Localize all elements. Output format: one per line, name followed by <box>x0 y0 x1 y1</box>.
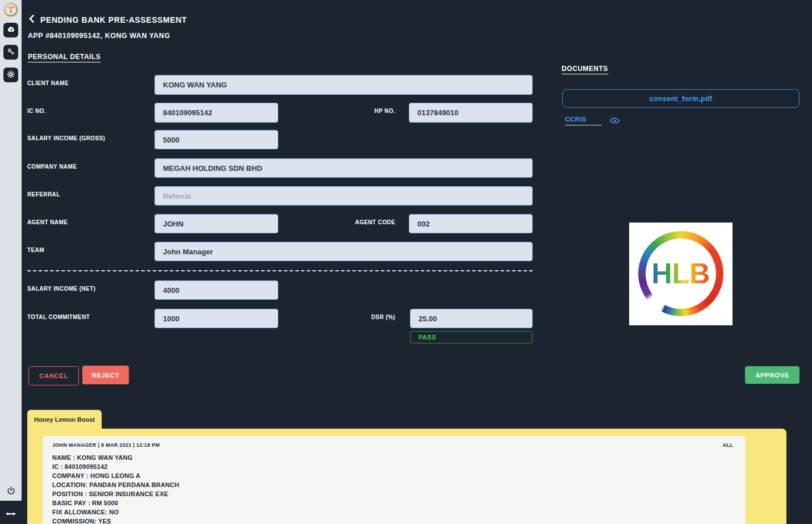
section-divider <box>27 270 533 271</box>
company-name-field[interactable] <box>154 158 533 178</box>
referral-field[interactable] <box>154 186 533 206</box>
salary-gross-field[interactable] <box>154 130 278 149</box>
dsr-label: DSR (%) <box>327 314 395 320</box>
back-button[interactable] <box>29 15 34 24</box>
sidebar-item-settings[interactable] <box>3 68 18 82</box>
ic-no-label: IC NO. <box>27 108 46 114</box>
salary-net-field[interactable] <box>154 280 278 300</box>
note-body: NAME : KONG WAN YANG IC : 840109095142 C… <box>52 453 179 524</box>
sidebar-item-dashboard[interactable] <box>3 23 18 37</box>
note-line: COMMISSION: YES <box>52 517 179 524</box>
view-ccris-button[interactable] <box>610 117 620 125</box>
consent-form-document-button[interactable]: consent_form.pdf <box>562 89 800 108</box>
ic-no-field[interactable] <box>154 103 278 123</box>
note-line: FIX ALLOWANCE: NO <box>52 508 179 517</box>
note-card: JOHN MANAGER | 8 MAR 2021 | 12:18 PM ALL… <box>43 436 746 524</box>
sidebar-item-access-keys[interactable] <box>3 45 18 60</box>
dsr-field[interactable] <box>410 309 533 328</box>
team-field[interactable] <box>154 242 533 261</box>
note-line: LOCATION: PANDAN PERDANA BRANCH <box>52 480 179 489</box>
note-line: IC : 840109095142 <box>52 462 179 471</box>
total-commitment-label: TOTAL COMMITMENT <box>27 314 90 320</box>
note-author-line: JOHN MANAGER | 8 MAR 2021 | 12:18 PM <box>52 442 160 448</box>
key-icon <box>7 48 15 57</box>
sidebar-collapse-button[interactable] <box>6 510 16 517</box>
salary-gross-label: SALARY INCOME (GROSS) <box>27 135 105 141</box>
ccris-link[interactable]: CCRIS <box>565 116 602 125</box>
gear-icon <box>7 70 15 80</box>
page-title: PENDING BANK PRE-ASSESSMENT <box>40 15 187 24</box>
referral-label: REFERRAL <box>27 191 60 198</box>
cancel-button[interactable]: CANCEL <box>28 366 79 385</box>
approve-button[interactable]: APPROVE <box>745 366 800 384</box>
hp-no-label: HP NO. <box>327 108 395 114</box>
hp-no-field[interactable] <box>409 103 533 123</box>
dashboard-gauge-icon <box>7 25 15 35</box>
agent-name-label: AGENT NAME <box>27 219 68 225</box>
team-label: TEAM <box>27 247 44 253</box>
note-line: BASIC PAY : RM 5000 <box>52 498 179 508</box>
reject-button[interactable]: REJECT <box>82 366 129 384</box>
note-line: POSITION : SENIOR INSURANCE EXE <box>52 489 179 498</box>
tab-honey-lemon-boost[interactable]: Honey Lemon Boost <box>27 410 102 429</box>
client-name-label: CLIENT NAME <box>27 80 69 86</box>
agent-code-field[interactable] <box>409 214 533 233</box>
chevron-left-icon <box>29 16 34 24</box>
note-line: COMPANY : HONG LEONG A <box>52 471 179 480</box>
brand-logo-icon <box>3 2 19 18</box>
note-line: NAME : KONG WAN YANG <box>52 453 179 462</box>
company-name-label: COMPANY NAME <box>27 164 77 170</box>
notes-panel: JOHN MANAGER | 8 MAR 2021 | 12:18 PM ALL… <box>27 429 786 524</box>
notes-filter-all[interactable]: ALL <box>723 442 733 448</box>
logout-button[interactable] <box>6 486 16 496</box>
agent-code-label: AGENT CODE <box>327 219 395 225</box>
agent-name-field[interactable] <box>154 214 278 233</box>
total-commitment-field[interactable] <box>154 309 278 328</box>
horizontal-arrows-icon <box>6 510 16 518</box>
eye-icon <box>610 117 620 125</box>
app-window: PENDING BANK PRE-ASSESSMENT APP #8401090… <box>0 0 812 524</box>
documents-heading: DOCUMENTS <box>562 65 608 74</box>
personal-details-heading: PERSONAL DETAILS <box>28 53 101 62</box>
client-name-field[interactable] <box>154 75 533 95</box>
dsr-status-badge: PASS <box>410 331 533 343</box>
salary-net-label: SALARY INCOME (NET) <box>27 286 95 292</box>
power-icon <box>6 489 16 497</box>
hlb-logo-text: HLB <box>652 258 710 290</box>
sidebar <box>0 0 22 501</box>
bank-logo-card: HLB <box>629 223 733 325</box>
application-subtitle: APP #840109095142, KONG WAN YANG <box>28 32 170 40</box>
